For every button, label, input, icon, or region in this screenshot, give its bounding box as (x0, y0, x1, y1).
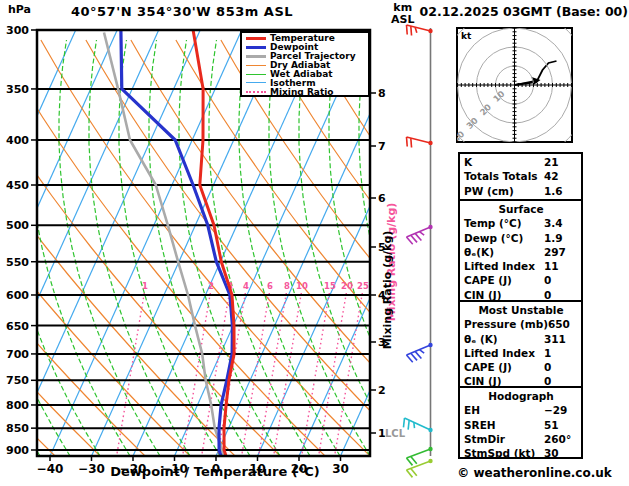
svg-text:600: 600 (6, 289, 29, 302)
hodograph-header: Hodograph (464, 389, 578, 403)
svg-text:500: 500 (6, 219, 29, 232)
svg-text:4: 4 (243, 281, 249, 291)
svg-text:2: 2 (208, 281, 214, 291)
page-title: 40°57'N 354°30'W 853m ASL (37, 4, 327, 19)
svg-text:1: 1 (142, 281, 148, 291)
stat-row: Dewp (°C)1.9 (464, 231, 578, 245)
wind-barb (407, 447, 433, 466)
svg-text:650: 650 (6, 320, 29, 333)
wind-barb (407, 25, 433, 36)
hodograph-unit-label: kt (461, 31, 472, 41)
run-date-label: 02.12.2025 03GMT (Base: 00) (400, 4, 628, 19)
wind-barb (403, 418, 432, 432)
stat-row: Lifted Index1 (464, 346, 578, 360)
svg-text:25: 25 (357, 281, 369, 291)
stat-row: θₑ(K)297 (464, 245, 578, 259)
wet-adiabat-line-swatch (246, 74, 266, 75)
stat-row: StmDir260° (464, 432, 578, 446)
svg-text:850: 850 (6, 422, 29, 435)
svg-text:550: 550 (6, 256, 29, 269)
svg-text:300: 300 (6, 24, 29, 37)
mixing-ratio-axis-label: Mixing Ratio (g/kg)Mixing Ratio (g/kg) (381, 203, 398, 350)
x-axis-title: Dewpoint / Temperature (°C) (80, 464, 350, 479)
wind-barb (407, 225, 433, 244)
stat-row-k: K21 (464, 155, 578, 169)
stat-row: EH−29 (464, 403, 578, 417)
svg-text:6: 6 (267, 281, 273, 291)
stat-row-totals: Totals Totals42 (464, 169, 578, 183)
stats-surface-section: Surface Temp (°C)3.4 Dewp (°C)1.9 θₑ(K)2… (458, 199, 583, 302)
stat-row: Lifted Index11 (464, 259, 578, 273)
dewpoint-line-swatch (246, 46, 266, 49)
wind-barb (407, 137, 433, 148)
svg-text:Mixing Ratio (g/kg): Mixing Ratio (g/kg) (381, 231, 394, 350)
most-unstable-header: Most Unstable (464, 303, 578, 317)
svg-text:800: 800 (6, 399, 29, 412)
dry-adiabat-line-swatch (246, 65, 266, 66)
svg-text:2: 2 (378, 384, 386, 397)
svg-text:20: 20 (341, 281, 353, 291)
skewt-sounding-page: 1234681015202530035040045050055060065070… (0, 0, 629, 486)
svg-text:10: 10 (296, 281, 308, 291)
svg-text:−40: −40 (37, 462, 64, 476)
pressure-axis-unit: hPa (8, 3, 31, 16)
stat-row: Temp (°C)3.4 (464, 216, 578, 230)
stats-indices-section: K21 Totals Totals42 PW (cm)1.6 (458, 152, 583, 201)
series-dewpoint (121, 30, 232, 456)
svg-text:900: 900 (6, 444, 29, 457)
stats-hodograph-section: Hodograph EH−29 SREH51 StmDir260° StmSpd… (458, 386, 583, 459)
svg-text:7: 7 (378, 140, 386, 153)
legend-item-mixing-ratio: Mixing Ratio (246, 87, 368, 96)
stat-row: CAPE (J)0 (464, 360, 578, 374)
parcel-line-swatch (246, 55, 266, 58)
svg-text:400: 400 (6, 134, 29, 147)
legend-box: Temperature Dewpoint Parcel Trajectory D… (240, 31, 370, 97)
wind-barb (407, 343, 433, 362)
stat-row: CAPE (J)0 (464, 273, 578, 287)
svg-text:450: 450 (6, 179, 29, 192)
pressure-axis-labels: 300350400450500550600650700750800850900 (6, 24, 37, 457)
stat-row-pw: PW (cm)1.6 (464, 184, 578, 198)
temperature-line-swatch (246, 37, 266, 40)
stat-row: SREH51 (464, 418, 578, 432)
svg-text:750: 750 (6, 374, 29, 387)
mixing-ratio-value-labels: 12346810152025 (142, 281, 369, 291)
stat-row: θₑ (K)311 (464, 332, 578, 346)
svg-text:LCL: LCL (385, 428, 406, 439)
copyright-footer: © weatheronline.co.uk (440, 466, 629, 480)
svg-text:15: 15 (324, 281, 336, 291)
svg-text:8: 8 (284, 281, 290, 291)
surface-header: Surface (464, 202, 578, 216)
mixing-ratio-line-swatch (246, 91, 266, 93)
stats-most-unstable-section: Most Unstable Pressure (mb)650 θₑ (K)311… (458, 300, 583, 388)
isotherm-line-swatch (246, 82, 266, 83)
stat-row: StmSpd (kt)30 (464, 446, 578, 460)
svg-text:8: 8 (378, 87, 386, 100)
stat-row: Pressure (mb)650 (464, 317, 578, 331)
svg-text:350: 350 (6, 83, 29, 96)
svg-text:700: 700 (6, 348, 29, 361)
